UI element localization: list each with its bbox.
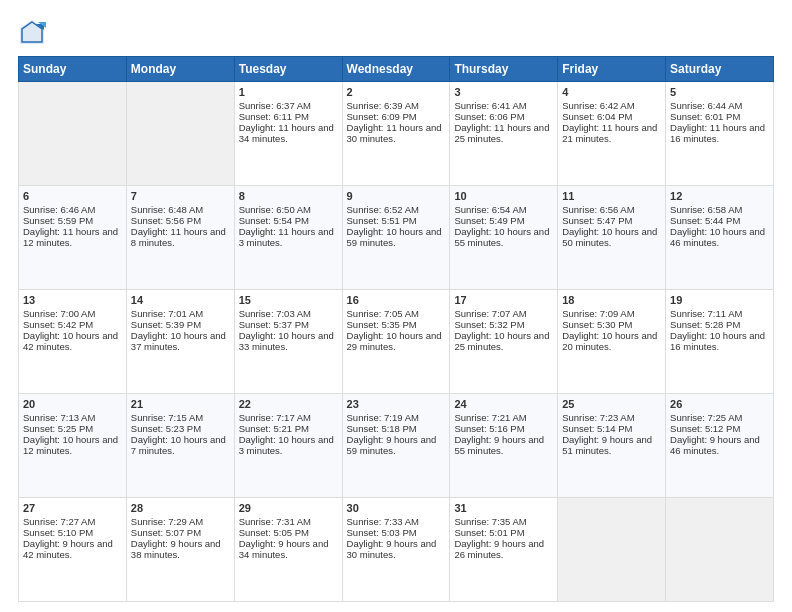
daylight-text: Daylight: 11 hours and 16 minutes. [670, 122, 765, 144]
day-number: 28 [131, 502, 230, 514]
daylight-text: Daylight: 10 hours and 20 minutes. [562, 330, 657, 352]
day-number: 21 [131, 398, 230, 410]
sunset-text: Sunset: 5:56 PM [131, 215, 201, 226]
daylight-text: Daylight: 10 hours and 46 minutes. [670, 226, 765, 248]
daylight-text: Daylight: 11 hours and 3 minutes. [239, 226, 334, 248]
sunset-text: Sunset: 6:09 PM [347, 111, 417, 122]
daylight-text: Daylight: 10 hours and 50 minutes. [562, 226, 657, 248]
day-number: 17 [454, 294, 553, 306]
day-of-week-header: Tuesday [234, 57, 342, 82]
calendar-cell: 18Sunrise: 7:09 AMSunset: 5:30 PMDayligh… [558, 290, 666, 394]
calendar-cell: 3Sunrise: 6:41 AMSunset: 6:06 PMDaylight… [450, 82, 558, 186]
calendar-cell: 11Sunrise: 6:56 AMSunset: 5:47 PMDayligh… [558, 186, 666, 290]
calendar-week-row: 27Sunrise: 7:27 AMSunset: 5:10 PMDayligh… [19, 498, 774, 602]
sunset-text: Sunset: 5:32 PM [454, 319, 524, 330]
sunrise-text: Sunrise: 7:35 AM [454, 516, 526, 527]
calendar-cell: 25Sunrise: 7:23 AMSunset: 5:14 PMDayligh… [558, 394, 666, 498]
sunrise-text: Sunrise: 7:23 AM [562, 412, 634, 423]
day-number: 16 [347, 294, 446, 306]
calendar-week-row: 20Sunrise: 7:13 AMSunset: 5:25 PMDayligh… [19, 394, 774, 498]
sunrise-text: Sunrise: 6:41 AM [454, 100, 526, 111]
calendar-cell: 9Sunrise: 6:52 AMSunset: 5:51 PMDaylight… [342, 186, 450, 290]
sunset-text: Sunset: 5:21 PM [239, 423, 309, 434]
day-number: 12 [670, 190, 769, 202]
calendar-week-row: 6Sunrise: 6:46 AMSunset: 5:59 PMDaylight… [19, 186, 774, 290]
sunrise-text: Sunrise: 7:00 AM [23, 308, 95, 319]
sunset-text: Sunset: 5:10 PM [23, 527, 93, 538]
sunset-text: Sunset: 5:51 PM [347, 215, 417, 226]
day-of-week-header: Friday [558, 57, 666, 82]
sunrise-text: Sunrise: 6:48 AM [131, 204, 203, 215]
sunset-text: Sunset: 5:05 PM [239, 527, 309, 538]
calendar-cell [126, 82, 234, 186]
day-number: 8 [239, 190, 338, 202]
sunrise-text: Sunrise: 7:25 AM [670, 412, 742, 423]
calendar-cell: 10Sunrise: 6:54 AMSunset: 5:49 PMDayligh… [450, 186, 558, 290]
daylight-text: Daylight: 10 hours and 25 minutes. [454, 330, 549, 352]
calendar-cell: 31Sunrise: 7:35 AMSunset: 5:01 PMDayligh… [450, 498, 558, 602]
daylight-text: Daylight: 11 hours and 8 minutes. [131, 226, 226, 248]
sunrise-text: Sunrise: 7:15 AM [131, 412, 203, 423]
daylight-text: Daylight: 9 hours and 26 minutes. [454, 538, 544, 560]
calendar-cell: 13Sunrise: 7:00 AMSunset: 5:42 PMDayligh… [19, 290, 127, 394]
daylight-text: Daylight: 11 hours and 25 minutes. [454, 122, 549, 144]
daylight-text: Daylight: 9 hours and 59 minutes. [347, 434, 437, 456]
day-number: 6 [23, 190, 122, 202]
day-number: 4 [562, 86, 661, 98]
sunrise-text: Sunrise: 6:46 AM [23, 204, 95, 215]
calendar-body: 1Sunrise: 6:37 AMSunset: 6:11 PMDaylight… [19, 82, 774, 602]
daylight-text: Daylight: 10 hours and 37 minutes. [131, 330, 226, 352]
calendar-cell: 4Sunrise: 6:42 AMSunset: 6:04 PMDaylight… [558, 82, 666, 186]
day-number: 29 [239, 502, 338, 514]
calendar-cell: 28Sunrise: 7:29 AMSunset: 5:07 PMDayligh… [126, 498, 234, 602]
sunrise-text: Sunrise: 7:31 AM [239, 516, 311, 527]
sunrise-text: Sunrise: 7:21 AM [454, 412, 526, 423]
sunset-text: Sunset: 5:59 PM [23, 215, 93, 226]
logo-icon [18, 18, 46, 46]
calendar-header: SundayMondayTuesdayWednesdayThursdayFrid… [19, 57, 774, 82]
day-number: 1 [239, 86, 338, 98]
day-number: 13 [23, 294, 122, 306]
daylight-text: Daylight: 11 hours and 21 minutes. [562, 122, 657, 144]
header-row: SundayMondayTuesdayWednesdayThursdayFrid… [19, 57, 774, 82]
sunset-text: Sunset: 6:06 PM [454, 111, 524, 122]
daylight-text: Daylight: 9 hours and 46 minutes. [670, 434, 760, 456]
calendar-cell: 26Sunrise: 7:25 AMSunset: 5:12 PMDayligh… [666, 394, 774, 498]
daylight-text: Daylight: 9 hours and 38 minutes. [131, 538, 221, 560]
day-number: 10 [454, 190, 553, 202]
sunrise-text: Sunrise: 7:17 AM [239, 412, 311, 423]
sunrise-text: Sunrise: 7:09 AM [562, 308, 634, 319]
daylight-text: Daylight: 10 hours and 29 minutes. [347, 330, 442, 352]
sunrise-text: Sunrise: 7:19 AM [347, 412, 419, 423]
sunrise-text: Sunrise: 6:58 AM [670, 204, 742, 215]
sunset-text: Sunset: 6:01 PM [670, 111, 740, 122]
sunrise-text: Sunrise: 7:33 AM [347, 516, 419, 527]
sunset-text: Sunset: 5:54 PM [239, 215, 309, 226]
sunset-text: Sunset: 5:14 PM [562, 423, 632, 434]
calendar-cell: 17Sunrise: 7:07 AMSunset: 5:32 PMDayligh… [450, 290, 558, 394]
sunset-text: Sunset: 5:18 PM [347, 423, 417, 434]
day-number: 11 [562, 190, 661, 202]
header [18, 18, 774, 46]
day-number: 20 [23, 398, 122, 410]
daylight-text: Daylight: 9 hours and 30 minutes. [347, 538, 437, 560]
sunrise-text: Sunrise: 7:13 AM [23, 412, 95, 423]
sunset-text: Sunset: 6:04 PM [562, 111, 632, 122]
daylight-text: Daylight: 9 hours and 34 minutes. [239, 538, 329, 560]
sunrise-text: Sunrise: 7:01 AM [131, 308, 203, 319]
day-number: 18 [562, 294, 661, 306]
sunrise-text: Sunrise: 7:11 AM [670, 308, 742, 319]
daylight-text: Daylight: 10 hours and 42 minutes. [23, 330, 118, 352]
daylight-text: Daylight: 11 hours and 30 minutes. [347, 122, 442, 144]
sunset-text: Sunset: 5:35 PM [347, 319, 417, 330]
day-number: 15 [239, 294, 338, 306]
calendar-cell: 15Sunrise: 7:03 AMSunset: 5:37 PMDayligh… [234, 290, 342, 394]
sunset-text: Sunset: 5:03 PM [347, 527, 417, 538]
page: SundayMondayTuesdayWednesdayThursdayFrid… [0, 0, 792, 612]
day-number: 23 [347, 398, 446, 410]
calendar-cell: 14Sunrise: 7:01 AMSunset: 5:39 PMDayligh… [126, 290, 234, 394]
sunrise-text: Sunrise: 6:56 AM [562, 204, 634, 215]
sunset-text: Sunset: 5:49 PM [454, 215, 524, 226]
calendar-cell: 5Sunrise: 6:44 AMSunset: 6:01 PMDaylight… [666, 82, 774, 186]
sunrise-text: Sunrise: 6:44 AM [670, 100, 742, 111]
